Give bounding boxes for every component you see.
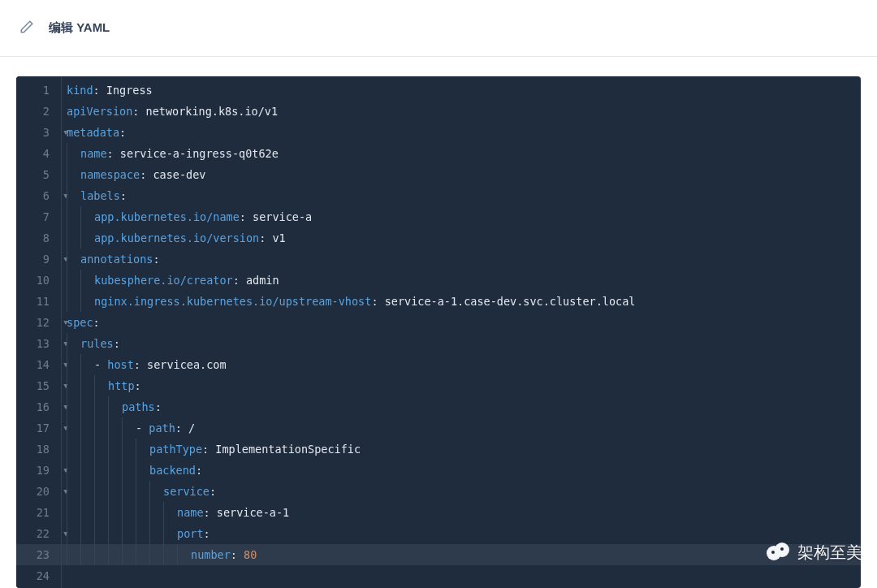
gutter-line: 11 <box>16 291 61 312</box>
code-line[interactable]: name: service-a-ingress-q0t62e <box>62 143 861 164</box>
gutter-line: 4 <box>16 143 61 164</box>
yaml-editor[interactable]: 123▼456▼789▼101112▼13▼14▼15▼16▼17▼1819▼2… <box>16 76 861 588</box>
gutter-line: 5 <box>16 164 61 185</box>
gutter-line: 9▼ <box>16 249 61 270</box>
code-line[interactable]: kind: Ingress <box>62 80 861 101</box>
gutter-line: 17▼ <box>16 417 61 439</box>
header-bar: 编辑 YAML <box>0 0 877 57</box>
gutter-line: 21 <box>16 502 61 523</box>
gutter-line: 19▼ <box>16 460 61 481</box>
code-line[interactable]: nginx.ingress.kubernetes.io/upstream-vho… <box>62 291 861 312</box>
code-line[interactable]: labels: <box>62 185 861 206</box>
gutter-line: 7 <box>16 206 61 227</box>
code-line[interactable]: - path: / <box>62 417 861 439</box>
gutter-line: 3▼ <box>16 122 61 143</box>
gutter-line: 6▼ <box>16 185 61 206</box>
gutter-line: 12▼ <box>16 312 61 333</box>
code-line[interactable]: pathType: ImplementationSpecific <box>62 439 861 460</box>
code-line[interactable]: name: service-a-1 <box>62 502 861 523</box>
gutter-line: 23 <box>16 544 61 565</box>
gutter-line: 20▼ <box>16 481 61 502</box>
code-line[interactable]: http: <box>62 375 861 396</box>
wechat-icon <box>767 543 791 564</box>
gutter-line: 24 <box>16 565 61 586</box>
code-line[interactable]: app.kubernetes.io/version: v1 <box>62 227 861 249</box>
code-line[interactable] <box>62 565 861 586</box>
code-line[interactable]: service: <box>62 481 861 502</box>
gutter-line: 1 <box>16 80 61 101</box>
pen-icon <box>19 19 49 37</box>
code-line[interactable]: namespace: case-dev <box>62 164 861 185</box>
code-line[interactable]: rules: <box>62 333 861 354</box>
line-gutter: 123▼456▼789▼101112▼13▼14▼15▼16▼17▼1819▼2… <box>16 76 62 588</box>
gutter-line: 2 <box>16 101 61 122</box>
code-line[interactable]: number: 80 <box>62 544 861 565</box>
gutter-line: 8 <box>16 227 61 249</box>
code-line[interactable]: annotations: <box>62 249 861 270</box>
gutter-line: 16▼ <box>16 396 61 417</box>
code-line[interactable]: paths: <box>62 396 861 417</box>
page-title: 编辑 YAML <box>49 20 110 36</box>
code-area[interactable]: kind: IngressapiVersion: networking.k8s.… <box>62 76 861 588</box>
code-line[interactable]: metadata: <box>62 122 861 143</box>
code-line[interactable]: kubesphere.io/creator: admin <box>62 270 861 291</box>
watermark: 架构至美 <box>767 542 862 564</box>
watermark-text: 架构至美 <box>797 542 862 564</box>
gutter-line: 18 <box>16 439 61 460</box>
code-line[interactable]: port: <box>62 523 861 544</box>
gutter-line: 22▼ <box>16 523 61 544</box>
code-line[interactable]: - host: servicea.com <box>62 354 861 375</box>
code-line[interactable]: spec: <box>62 312 861 333</box>
gutter-line: 10 <box>16 270 61 291</box>
code-line[interactable]: backend: <box>62 460 861 481</box>
code-line[interactable]: apiVersion: networking.k8s.io/v1 <box>62 101 861 122</box>
gutter-line: 15▼ <box>16 375 61 396</box>
gutter-line: 14▼ <box>16 354 61 375</box>
gutter-line: 13▼ <box>16 333 61 354</box>
code-line[interactable]: app.kubernetes.io/name: service-a <box>62 206 861 227</box>
